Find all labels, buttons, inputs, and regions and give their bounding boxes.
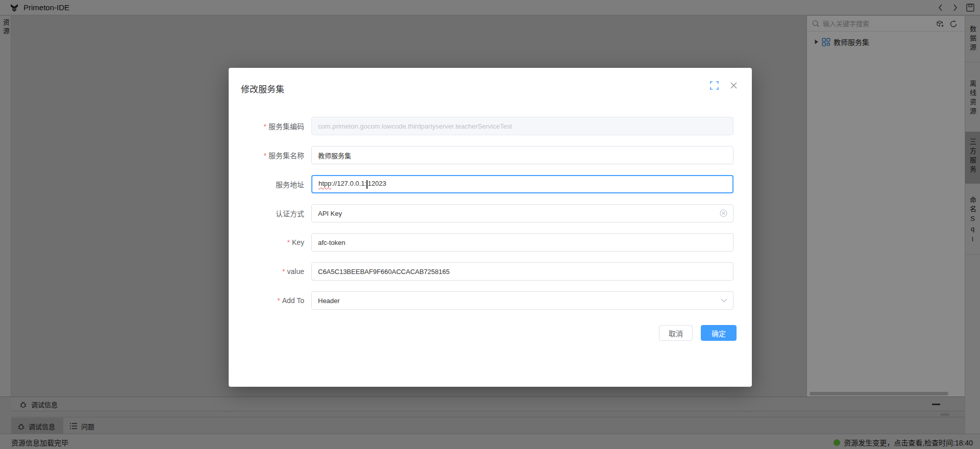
cancel-button[interactable]: 取消: [659, 325, 693, 341]
modal-footer: 取消 确定: [659, 325, 737, 341]
modal-form: 服务集编码 com.primeton.gocom.lowcode.thirdpa…: [229, 117, 752, 320]
input-value: C6A5C13BEEBAF9F660ACCACAB7258165: [318, 268, 450, 276]
clear-icon[interactable]: [720, 210, 727, 217]
field-row-key: Key afc-token: [229, 233, 752, 252]
field-row-service-address: 服务地址 htpp://127.0.0.1:12023: [229, 175, 752, 193]
field-row-auth-type: 认证方式 API Key: [229, 204, 752, 222]
add-to-select[interactable]: Header: [311, 291, 733, 310]
required-asterisk: [264, 152, 268, 160]
fullscreen-icon[interactable]: [710, 81, 719, 90]
required-asterisk: [282, 267, 287, 276]
auth-type-select[interactable]: API Key: [311, 204, 733, 222]
confirm-button[interactable]: 确定: [701, 325, 737, 341]
field-row-service-set-name: 服务集名称 教师服务集: [229, 146, 752, 164]
required-asterisk: [277, 296, 282, 305]
required-asterisk: [287, 238, 291, 246]
field-label: 服务集名称: [268, 152, 304, 160]
field-row-value: value C6A5C13BEEBAF9F660ACCACAB7258165: [229, 262, 752, 281]
field-row-add-to: Add To Header: [229, 291, 752, 310]
required-asterisk: [264, 122, 268, 131]
field-label: 服务集编码: [268, 122, 304, 131]
input-value: 教师服务集: [318, 151, 351, 160]
service-set-name-input[interactable]: 教师服务集: [311, 146, 733, 164]
modal-title: 修改服务集: [241, 82, 284, 95]
field-label: Add To: [282, 296, 304, 305]
field-row-service-set-code: 服务集编码 com.primeton.gocom.lowcode.thirdpa…: [229, 117, 752, 135]
modal-edit-service-set: 修改服务集 服务集编码 com.primeton.gocom.lowcode.t…: [229, 68, 752, 387]
field-label: 服务地址: [276, 181, 304, 189]
value-input[interactable]: C6A5C13BEEBAF9F660ACCACAB7258165: [311, 262, 733, 281]
service-address-input[interactable]: htpp://127.0.0.1:12023: [311, 175, 733, 193]
service-set-code-input[interactable]: com.primeton.gocom.lowcode.thirdpartyser…: [311, 117, 733, 135]
close-icon[interactable]: [730, 82, 738, 89]
selected-value: API Key: [318, 210, 342, 217]
input-value: htpp://127.0.0.1:12023: [318, 180, 386, 188]
selected-value: Header: [318, 297, 340, 305]
input-value: afc-token: [318, 239, 345, 246]
key-input[interactable]: afc-token: [311, 233, 733, 252]
input-value: com.primeton.gocom.lowcode.thirdpartyser…: [318, 122, 512, 130]
field-label: Key: [292, 238, 304, 246]
misspelled-text: htpp: [318, 180, 331, 187]
chevron-down-icon: [721, 298, 727, 303]
field-label: value: [287, 267, 304, 276]
field-label: 认证方式: [276, 210, 304, 218]
